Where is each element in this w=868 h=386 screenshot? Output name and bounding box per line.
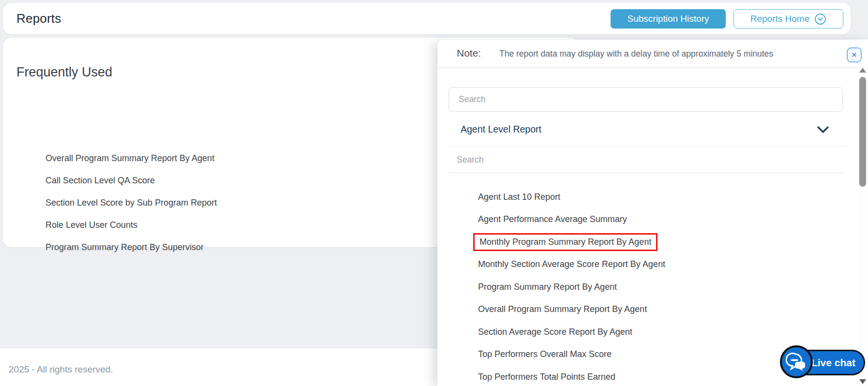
frequently-used-item-label: Program Summary Report By Supervisor: [45, 242, 204, 252]
report-item-label: Top Performers Overall Max Score: [478, 349, 612, 359]
report-list-item[interactable]: Monthly Section Average Score Report By …: [478, 253, 839, 276]
category-label: Agent Level Report: [461, 124, 541, 135]
report-list-item[interactable]: Program Summary Report By Agent: [478, 276, 839, 298]
report-item-label: Top Performers Total Points Earned: [478, 372, 615, 382]
flyout-scrollbar[interactable]: [858, 66, 868, 386]
report-item-label: Agent Last 10 Report: [478, 192, 560, 202]
frequently-used-item-label: Call Section Level QA Score: [45, 176, 155, 186]
frequently-used-item-label: Section Level Score by Sub Program Repor…: [45, 198, 217, 208]
reports-home-button[interactable]: Reports Home: [733, 9, 843, 29]
report-list-item[interactable]: Agent Last 10 Report: [478, 186, 839, 208]
frequently-used-item-label: Role Level User Counts: [45, 220, 137, 230]
report-item-label: Overall Program Summary Report By Agent: [478, 304, 647, 314]
reports-flyout-panel: Note: The report data may display with a…: [437, 40, 868, 386]
category-search-input[interactable]: [449, 87, 843, 112]
report-list-item[interactable]: Overall Program Summary Report By Agent: [478, 298, 839, 321]
live-chat-widget[interactable]: Live chat: [780, 343, 867, 380]
report-list-item[interactable]: Section Average Score Report By Agent: [478, 321, 839, 343]
header-bar: Reports Subscription History Reports Hom…: [3, 3, 851, 34]
report-item-label: Program Summary Report By Agent: [478, 282, 617, 292]
subscription-history-button[interactable]: Subscription History: [611, 9, 726, 29]
report-item-label: Monthly Section Average Score Report By …: [478, 259, 665, 269]
chevron-down-icon: [817, 126, 829, 136]
report-item-label: Agent Performance Average Summary: [478, 214, 627, 224]
frequently-used-title: Frequently Used: [16, 65, 112, 80]
report-item-label: Monthly Program Summary Report By Agent: [473, 233, 658, 251]
note-label: Note:: [457, 47, 481, 59]
report-item-label: Section Average Score Report By Agent: [478, 327, 632, 337]
frequently-used-item-label: Overall Program Summary Report By Agent: [45, 153, 214, 163]
live-chat-label: Live chat: [811, 357, 855, 369]
scroll-up-icon[interactable]: [859, 68, 866, 73]
note-banner: Note: The report data may display with a…: [437, 40, 868, 67]
live-chat-icon: [780, 345, 813, 378]
report-list-item-highlighted[interactable]: Monthly Program Summary Report By Agent: [478, 231, 839, 253]
note-message: The report data may display with a delay…: [499, 49, 773, 59]
reports-home-label: Reports Home: [750, 14, 810, 24]
page-title: Reports: [16, 3, 61, 34]
category-dropdown-agent-level-report[interactable]: Agent Level Report: [437, 119, 853, 142]
reports-page: Reports Subscription History Reports Hom…: [0, 0, 868, 386]
chevron-down-circle-icon: [814, 13, 826, 25]
close-icon[interactable]: ×: [847, 47, 862, 62]
report-list-search-input[interactable]: [448, 146, 846, 173]
scrollbar-thumb[interactable]: [859, 77, 866, 187]
copyright-text: 2025 - All rights reserved.: [9, 364, 113, 375]
report-list-item[interactable]: Agent Performance Average Summary: [478, 208, 839, 231]
